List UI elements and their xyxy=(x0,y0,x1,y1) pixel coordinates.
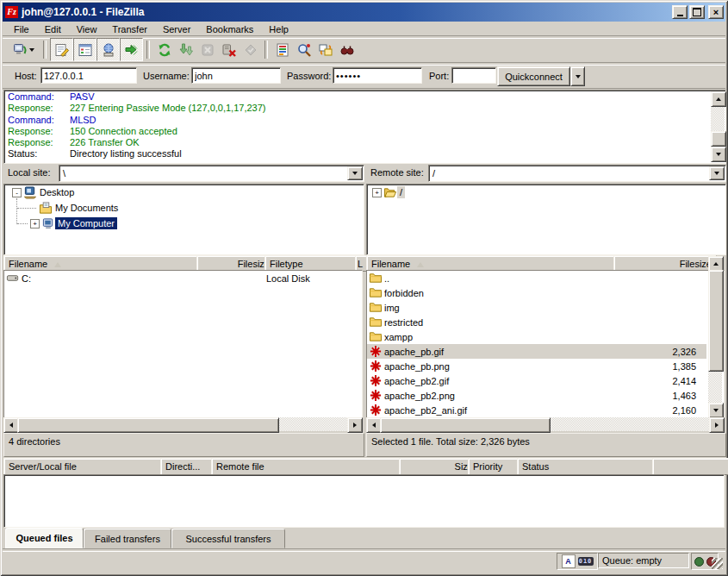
remote-directory-tree[interactable]: + / xyxy=(366,184,726,255)
local-site-combo[interactable]: \ xyxy=(59,165,364,182)
queue-column-size[interactable]: Size xyxy=(399,458,478,475)
collapse-icon[interactable]: - xyxy=(12,188,22,197)
queue-column-server-local-file[interactable]: Server/Local file xyxy=(3,458,171,475)
remote-file-row[interactable]: img xyxy=(367,300,706,315)
transfer-mode-badge-icon[interactable]: 010 xyxy=(578,557,594,566)
local-file-row[interactable]: C: Local Disk xyxy=(4,271,362,285)
tab-queued-files[interactable]: Queued files xyxy=(5,528,84,548)
remote-file-row[interactable]: xampp xyxy=(367,329,706,344)
local-status-text: 4 directories xyxy=(3,433,364,457)
remote-file-row[interactable]: apache_pb2_ani.gif2,160 xyxy=(367,403,706,417)
remote-file-row[interactable]: forbidden xyxy=(367,285,706,300)
queue-column-remote-file[interactable]: Remote file xyxy=(211,458,409,475)
scrollbar-thumb[interactable] xyxy=(708,270,724,372)
remote-file-row[interactable]: .. xyxy=(367,271,706,285)
menu-server[interactable]: Server xyxy=(155,23,198,35)
tree-item-desktop[interactable]: - Desktop xyxy=(4,185,364,200)
disconnect-button[interactable] xyxy=(218,39,240,60)
file-size: 2,414 xyxy=(672,376,696,386)
filename-filters-button[interactable] xyxy=(271,39,293,60)
magnifier-icon xyxy=(297,43,311,57)
remote-file-row[interactable]: restricted xyxy=(367,315,706,329)
toggle-local-tree-button[interactable] xyxy=(73,38,96,61)
tree-item-my-computer[interactable]: + My Computer xyxy=(4,216,364,231)
remote-site-combo[interactable]: / xyxy=(428,165,726,182)
file-name: C: xyxy=(22,273,31,284)
scrollbar-thumb[interactable] xyxy=(380,417,551,433)
process-queue-button[interactable] xyxy=(175,39,196,60)
port-label: Port: xyxy=(429,71,449,81)
message-log[interactable]: Command:PASV Response:227 Entering Passi… xyxy=(3,90,726,164)
desktop-icon xyxy=(23,186,37,199)
folder-icon xyxy=(369,301,383,314)
refresh-button[interactable] xyxy=(153,39,175,60)
arrow-up-icon xyxy=(716,95,721,101)
local-site-dropdown-button[interactable] xyxy=(347,166,363,180)
local-horizontal-scrollbar[interactable] xyxy=(3,417,363,431)
scroll-right-button[interactable] xyxy=(347,417,363,433)
directory-comparison-button[interactable] xyxy=(293,39,314,60)
synchronized-browsing-button[interactable] xyxy=(314,39,336,60)
remote-list-scrollbar[interactable] xyxy=(708,256,722,416)
scrollbar-thumb[interactable] xyxy=(711,131,726,147)
resize-grip[interactable] xyxy=(712,558,723,569)
username-input[interactable] xyxy=(191,67,281,84)
remote-site-label: Remote site: xyxy=(366,164,431,183)
quickconnect-dropdown-button[interactable] xyxy=(570,66,585,86)
port-input[interactable] xyxy=(451,67,496,84)
transfer-queue-list[interactable] xyxy=(3,474,725,528)
remote-file-row[interactable]: apache_pb2.gif2,414 xyxy=(367,373,706,388)
maximize-button[interactable] xyxy=(689,5,705,19)
folder-icon xyxy=(369,330,383,343)
image-file-icon xyxy=(369,360,383,373)
tree-item-my-documents[interactable]: My Documents xyxy=(4,200,364,216)
transfer-type-icon[interactable]: A xyxy=(562,554,576,568)
tree-item-root[interactable]: + / xyxy=(367,185,725,200)
remote-horizontal-scrollbar[interactable] xyxy=(366,417,725,431)
remote-file-list[interactable]: .. forbidden img restricted xampp apache… xyxy=(366,270,725,418)
tab-successful-transfers[interactable]: Successful transfers xyxy=(171,529,285,548)
scroll-down-button[interactable] xyxy=(708,403,724,418)
queue-column-status[interactable]: Status xyxy=(517,458,663,475)
menu-file[interactable]: File xyxy=(6,23,37,35)
tab-failed-transfers[interactable]: Failed transfers xyxy=(84,529,171,548)
quickconnect-button[interactable]: Quickconnect xyxy=(497,66,570,86)
queue-column-filler xyxy=(652,458,728,475)
tree-guide-line xyxy=(17,223,28,224)
remote-file-row[interactable]: apache_pb2.png1,463 xyxy=(367,388,706,403)
password-input[interactable] xyxy=(333,67,422,84)
menu-help[interactable]: Help xyxy=(261,23,296,35)
expand-icon[interactable]: + xyxy=(30,219,40,229)
menu-transfer[interactable]: Transfer xyxy=(104,23,155,35)
filezilla-logo-icon: Fz xyxy=(5,6,18,18)
title-bar[interactable]: Fz john@127.0.0.1 - FileZilla × xyxy=(3,3,725,22)
menu-bookmarks[interactable]: Bookmarks xyxy=(198,23,261,35)
remote-file-row-selected[interactable]: apache_pb.gif2,326 xyxy=(367,344,706,359)
file-size: 1,463 xyxy=(672,391,696,401)
close-button[interactable]: × xyxy=(708,5,724,19)
minimize-button[interactable] xyxy=(672,5,688,19)
filezilla-window: Fz john@127.0.0.1 - FileZilla × File Edi… xyxy=(0,0,728,576)
scroll-down-button[interactable] xyxy=(711,147,726,162)
expand-icon[interactable]: + xyxy=(372,188,382,197)
menu-view[interactable]: View xyxy=(69,23,105,35)
scroll-up-button[interactable] xyxy=(711,91,726,107)
scroll-right-button[interactable] xyxy=(709,417,725,433)
local-tree-icon xyxy=(78,43,92,57)
find-files-button[interactable] xyxy=(336,39,358,60)
local-file-list[interactable]: C: Local Disk xyxy=(3,270,363,418)
arrow-left-icon xyxy=(370,423,376,428)
toggle-remote-tree-button[interactable] xyxy=(96,38,120,61)
remote-file-row[interactable]: apache_pb.png1,385 xyxy=(367,359,706,373)
toggle-transfer-queue-button[interactable] xyxy=(120,38,143,61)
menu-edit[interactable]: Edit xyxy=(37,23,69,35)
local-site-value: \ xyxy=(63,168,65,178)
site-manager-button[interactable] xyxy=(8,39,40,60)
host-input[interactable] xyxy=(40,67,137,84)
toggle-message-log-button[interactable] xyxy=(50,38,73,61)
toolbar xyxy=(3,37,725,62)
log-scrollbar[interactable] xyxy=(711,91,725,160)
local-directory-tree[interactable]: - Desktop My Documents + My Computer xyxy=(3,184,364,255)
remote-site-dropdown-button[interactable] xyxy=(709,166,725,180)
scrollbar-thumb[interactable] xyxy=(17,417,279,433)
